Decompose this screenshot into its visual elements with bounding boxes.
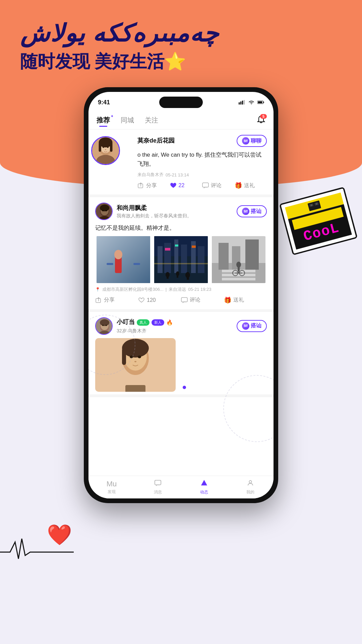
svg-point-31 [106, 210, 107, 211]
svg-rect-63 [222, 278, 255, 280]
tab-nearby[interactable]: 同城 [121, 116, 134, 125]
like-btn-1[interactable]: 22 [170, 182, 202, 189]
svg-rect-88 [125, 385, 145, 392]
post-1-text: o the air, We can try to fly. 抓住空气我们可以尝试… [137, 150, 267, 168]
post-1-action-btn[interactable]: Mf 聊聊 [237, 135, 267, 147]
uyghur-title: چەمبىرەككە يولاش [20, 20, 219, 47]
location-text-2: 成都市高新区孵化园8号楼306... [102, 286, 164, 292]
svg-rect-43 [181, 245, 187, 273]
avatar-svg-1 [92, 137, 119, 164]
post-1-user-info: 莫奈de后花园 [137, 137, 237, 146]
svg-point-21 [105, 149, 106, 150]
nav-feed[interactable]: 动态 [181, 479, 227, 495]
post-3-username: 小叮当 [117, 318, 135, 326]
svg-rect-17 [99, 143, 101, 152]
post-2: 和尚用飘柔 我有故人抱剑去，斩尽春风未曾归。 Mf 搭讪 记忆不是我的延续。精神… [88, 197, 274, 312]
post-2-text: 记忆不是我的延续。精神才是。 [95, 223, 267, 232]
post-2-subtitle: 我有故人抱剑去，斩尽春风未曾归。 [117, 213, 237, 219]
post-3-header: 小叮当 真人 新人 🔥 32岁·乌鲁木齐 Mf 搭讪 [95, 317, 267, 335]
comment-icon-2 [181, 297, 188, 303]
gift-btn-2[interactable]: 🎁 送礼 [224, 297, 267, 304]
phone-screen: 9:41 [88, 92, 274, 498]
svg-rect-5 [239, 102, 240, 105]
svg-rect-22 [138, 184, 143, 188]
tab-follow[interactable]: 关注 [145, 116, 158, 125]
share-label-2: 分享 [104, 297, 115, 304]
post-1-content-wrapper: 莫奈de后花园 Mf 聊聊 o the air, We can try to f… [112, 135, 267, 189]
svg-rect-11 [258, 101, 262, 103]
notification-bell[interactable]: 5 [257, 115, 265, 125]
svg-rect-7 [242, 101, 243, 105]
post-3-avatar[interactable] [95, 317, 113, 335]
tab-recommended[interactable]: 推荐 ✦ [97, 116, 110, 125]
svg-marker-90 [201, 480, 207, 486]
svg-rect-48 [192, 246, 196, 248]
svg-point-35 [114, 250, 122, 259]
status-time: 9:41 [98, 99, 110, 106]
post-3-btn-label: 搭讪 [251, 322, 261, 329]
gift-label-1: 送礼 [244, 182, 255, 189]
svg-point-87 [134, 361, 136, 362]
svg-rect-70 [96, 299, 101, 303]
signal-icon [239, 100, 245, 105]
post-2-avatar[interactable] [95, 203, 113, 220]
wifi-icon [248, 100, 255, 105]
badge-new-3: 新人 [152, 319, 164, 326]
post-1-avatar[interactable] [91, 136, 120, 165]
post-2-img-2 [153, 236, 209, 283]
post-2-action-btn[interactable]: Mf 搭讪 [237, 205, 267, 217]
svg-rect-45 [198, 246, 204, 273]
svg-rect-18 [110, 143, 112, 152]
svg-point-85 [130, 356, 133, 358]
svg-rect-65 [238, 265, 240, 271]
like-count-1: 22 [179, 182, 185, 189]
svg-point-30 [102, 210, 104, 211]
post-3-action-btn[interactable]: Mf 搭讪 [237, 320, 267, 332]
post-3-subtitle: 32岁·乌鲁木齐 [117, 328, 237, 334]
nav-discover[interactable]: Mu 发现 [88, 480, 135, 495]
dynamic-island [159, 97, 203, 108]
post-3-user-info: 小叮当 真人 新人 🔥 32岁·乌鲁木齐 [117, 318, 237, 334]
post-2-user-info: 和尚用飘柔 我有故人抱剑去，斩尽春风未曾归。 [117, 204, 237, 219]
battery-icon [257, 100, 264, 105]
avatar-image-1 [92, 137, 119, 164]
messages-icon [154, 479, 162, 489]
post-img-svg-3 [210, 236, 267, 283]
svg-rect-53 [177, 274, 178, 278]
share-btn-1[interactable]: 分享 [137, 182, 170, 189]
share-icon-1 [137, 182, 144, 189]
nav-messages[interactable]: 消息 [135, 479, 181, 495]
like-btn-2[interactable]: 120 [138, 297, 181, 303]
comment-label-2: 评论 [190, 297, 200, 304]
like-icon-1 [170, 182, 177, 189]
svg-point-29 [100, 205, 109, 211]
mi-icon-3: Mf [242, 322, 249, 330]
feed-label: 动态 [200, 489, 208, 495]
svg-point-91 [249, 481, 251, 483]
post-2-btn-label: 搭讪 [251, 208, 261, 215]
location-text-1: 来自乌鲁木齐 [137, 172, 164, 178]
post-2-actions: 分享 120 评论 [95, 297, 267, 304]
post-1-btn-label: 聊聊 [251, 138, 261, 145]
svg-rect-47 [175, 245, 178, 247]
share-btn-2[interactable]: 分享 [95, 297, 138, 304]
comment-btn-1[interactable]: 评论 [202, 182, 235, 189]
gift-btn-1[interactable]: 🎁 送礼 [235, 182, 267, 189]
svg-rect-41 [164, 243, 171, 273]
bottom-nav: Mu 发现 消息 [88, 476, 274, 498]
nav-profile[interactable]: 我的 [227, 479, 274, 495]
avatar-svg-3 [96, 318, 113, 335]
post-1: 莫奈de后花园 Mf 聊聊 o the air, We can try to f… [88, 129, 274, 197]
gift-icon-1: 🎁 [235, 182, 242, 189]
badge-real-3: 真人 [137, 319, 149, 326]
svg-rect-8 [244, 100, 245, 104]
post-3-img-svg [95, 338, 176, 392]
chinese-subtitle: 随时发现 美好生活⭐ [20, 50, 219, 73]
post-2-images [95, 236, 267, 283]
like-icon-2 [138, 297, 145, 303]
post-3: 小叮当 真人 新人 🔥 32岁·乌鲁木齐 Mf 搭讪 [88, 312, 274, 397]
svg-point-20 [107, 146, 109, 148]
comment-btn-2[interactable]: 评论 [181, 297, 224, 304]
from-text-2: 来自清远 [169, 286, 186, 292]
messages-label: 消息 [154, 489, 162, 495]
